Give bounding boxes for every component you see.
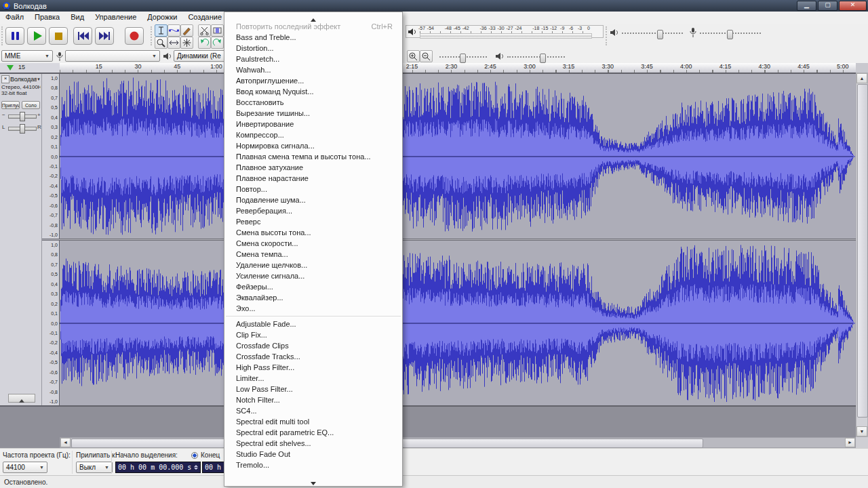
zoom-out-button[interactable] [420,50,433,62]
horizontal-scrollbar[interactable]: ◄ ► [60,437,856,448]
menu-правка[interactable]: Правка [29,12,65,24]
zoom-in-button[interactable] [407,50,420,62]
effects-menu-item[interactable]: Эквалайзер... [224,292,402,303]
skip-to-end-button[interactable] [95,27,114,45]
effects-menu-item[interactable]: Distortion... [224,43,402,54]
menu-дорожки[interactable]: Дорожки [142,12,182,24]
stop-button[interactable] [49,27,68,45]
effects-menu-item[interactable]: Повторить последний эффектCtrl+R [224,21,402,32]
effects-menu-item[interactable]: Crossfade Clips [224,340,402,351]
snap-to-combo[interactable]: Выкл▼ [76,462,113,473]
effects-menu-item[interactable]: Плавное затухание [224,162,402,173]
effects-menu-item[interactable]: Инвертирование [224,119,402,129]
scroll-down-icon[interactable]: ▼ [856,426,867,436]
scroll-left-icon[interactable]: ◄ [60,438,71,447]
effects-menu-item[interactable]: Удаление щелчков... [224,260,402,270]
selection-tool-button[interactable] [155,24,167,37]
play-speed-slider[interactable] [439,56,487,58]
effects-menu-item[interactable]: Notch Filter... [224,394,402,405]
end-radio-button[interactable] [191,452,198,459]
track-menu-arrow-icon[interactable]: ▼ [37,77,42,81]
effects-menu-item[interactable]: Wahwah... [224,64,402,75]
vertical-scrollbar[interactable]: ▲ ▼ [856,73,868,437]
vertical-scroll-thumb[interactable] [857,84,868,418]
effects-menu-item[interactable]: SC4... [224,405,402,416]
effects-menu-item[interactable]: Восстановить [224,97,402,108]
selection-start-timefield[interactable]: 00 h 00 m 00.000 s [115,462,201,473]
envelope-tool-button[interactable] [167,24,180,37]
recording-volume-slider[interactable] [700,33,761,34]
maximize-button[interactable]: ▢ [818,1,837,11]
scroll-up-icon[interactable]: ▲ [856,73,867,83]
output-level-slider[interactable] [507,56,565,58]
effects-menu-item[interactable]: High Pass Filter... [224,362,402,373]
audio-host-combo[interactable]: MME▼ [1,50,53,62]
effects-menu-item[interactable]: Эхо... [224,303,402,314]
minimize-button[interactable]: ▁ [797,1,816,11]
effects-menu-item[interactable]: Автоприглушение... [224,75,402,86]
effects-menu-item[interactable]: Плавное нарастание [224,173,402,184]
menu-создание[interactable]: Создание [182,12,227,24]
effects-menu-item[interactable]: Плавная смена темпа и высоты тона... [224,151,402,162]
recording-device-combo[interactable]: ▼ [65,50,160,62]
effects-menu-item[interactable]: Ввод команд Nyquist... [224,86,402,97]
effects-menu-item[interactable]: Реверс [224,216,402,227]
effects-menu-item[interactable]: Clip Fix... [224,329,402,340]
pause-button[interactable] [5,27,24,45]
effects-menu-item[interactable]: Crossfade Tracks... [224,351,402,362]
track-close-button[interactable]: × [1,75,9,83]
menu-управление[interactable]: Управление [90,12,142,24]
playback-meter[interactable]: -57-54-48-45-42-36-33-30-27-24-18-15-12-… [406,25,604,38]
time-shift-tool-button[interactable] [167,37,180,49]
effects-menu-item[interactable]: Компрессор... [224,129,402,140]
draw-tool-button[interactable] [180,24,193,37]
pan-slider-thumb[interactable] [20,124,25,134]
undo-button[interactable] [198,37,211,49]
menu-scroll-up[interactable] [224,12,402,21]
multi-tool-button[interactable] [180,37,193,49]
effects-menu-item[interactable]: Spectral edit shelves... [224,438,402,449]
toolbar-grip[interactable] [606,26,609,45]
ruler-scale[interactable]: 1530451:001:151:301:452:002:152:302:453:… [60,63,856,73]
pan-slider[interactable] [8,127,37,131]
close-button[interactable]: ✕ [839,1,867,11]
recording-volume-thumb[interactable] [727,30,733,39]
effects-menu-item[interactable]: Limiter... [224,373,402,384]
playback-volume-slider[interactable] [622,33,683,34]
time-spinner[interactable] [194,465,198,470]
effects-menu-item[interactable]: Studio Fade Out [224,449,402,460]
effects-menu-item[interactable]: Усиление сигнала... [224,270,402,281]
play-pin-icon[interactable] [7,65,14,70]
playback-volume-thumb[interactable] [657,30,663,39]
waveform-channel-left[interactable] [60,74,856,239]
waveform-channel-right[interactable] [60,241,856,405]
toolbar-grip[interactable] [1,26,5,45]
effects-menu-item[interactable]: Adjustable Fade... [224,319,402,329]
solo-button[interactable]: Соло [22,101,40,109]
effects-menu-item[interactable]: Смена скорости... [224,238,402,249]
gain-slider-thumb[interactable] [20,112,25,121]
effects-menu-item[interactable]: Подавление шума... [224,195,402,205]
trim-button[interactable] [211,24,224,37]
play-button[interactable] [27,27,46,45]
effects-menu-item[interactable]: Bass and Treble... [224,32,402,43]
effects-menu-item[interactable]: Смена темпа... [224,249,402,260]
scroll-right-icon[interactable]: ► [845,438,855,447]
effects-menu-item[interactable]: Paulstretch... [224,54,402,64]
output-level-thumb[interactable] [540,54,546,63]
track-control-panel[interactable]: × Волкодав ▼ Стерео, 44100Hz 32-bit floa… [0,74,42,405]
effects-menu-item[interactable]: Spectral edit multi tool [224,416,402,427]
play-speed-thumb[interactable] [460,54,466,63]
effects-menu-item[interactable]: Spectral edit parametric EQ... [224,427,402,438]
mute-button[interactable]: Приглушить [1,101,20,109]
menu-scroll-down[interactable] [224,476,402,485]
toolbar-grip[interactable] [151,26,154,45]
effects-menu-item[interactable]: Фейзеры... [224,281,402,292]
redo-button[interactable] [211,37,224,49]
effects-menu-item[interactable]: Tremolo... [224,460,402,470]
track-collapse-button[interactable] [8,394,35,403]
zoom-tool-button[interactable] [155,37,167,49]
menu-файл[interactable]: Файл [0,12,29,24]
record-button[interactable] [125,27,144,45]
effects-menu-item[interactable]: Нормировка сигнала... [224,140,402,151]
